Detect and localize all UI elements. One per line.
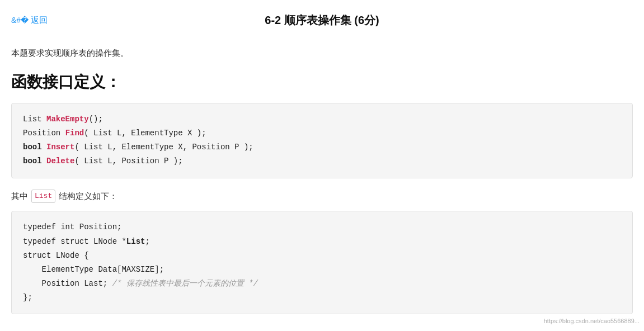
code-line-1: List MakeEmpty();: [23, 115, 103, 124]
code2-line-2: typedef struct LNode *List;: [23, 237, 150, 246]
code2-line-3: struct LNode {: [23, 251, 89, 260]
code2-line-6: };: [23, 293, 32, 302]
page-wrapper: &#� 返回 6-2 顺序表操作集 (6分) 本题要求实现顺序表的操作集。 函数…: [0, 0, 644, 331]
bool-keyword-1: bool: [23, 143, 42, 152]
list-badge: List: [31, 190, 55, 204]
find-keyword: Find: [65, 129, 84, 138]
code2-line-5: Position Last; /* 保存线性表中最后一个元素的位置 */: [23, 279, 258, 288]
code2-line-1: typedef int Position;: [23, 223, 121, 231]
page-title: 6-2 顺序表操作集 (6分): [265, 11, 379, 29]
back-button[interactable]: &#� 返回: [11, 13, 48, 27]
comment-text: /* 保存线性表中最后一个元素的位置 */: [112, 279, 258, 288]
bool-keyword-2: bool: [23, 157, 42, 166]
middle-text-after: 结构定义如下：: [59, 190, 117, 203]
code-line-3: bool Insert( List L, ElementType X, Posi…: [23, 143, 253, 152]
code-line-2: Position Find( List L, ElementType X );: [23, 129, 206, 138]
insert-keyword: Insert: [46, 143, 74, 152]
middle-text-container: 其中 List 结构定义如下：: [11, 190, 633, 204]
description-text: 本题要求实现顺序表的操作集。: [11, 46, 633, 60]
section-heading: 函数接口定义：: [11, 70, 633, 95]
code2-line-4: ElementType Data[MAXSIZE];: [23, 265, 164, 274]
makeempty-keyword: MakeEmpty: [46, 115, 89, 124]
chevron-left-icon: &#�: [11, 14, 29, 26]
middle-text-before: 其中: [11, 190, 28, 203]
code-block-1: List MakeEmpty(); Position Find( List L,…: [11, 103, 633, 178]
code-block-2: typedef int Position; typedef struct LNo…: [11, 211, 633, 314]
list-type-keyword: List: [126, 237, 145, 246]
header: &#� 返回 6-2 顺序表操作集 (6分): [11, 6, 633, 37]
back-label[interactable]: 返回: [31, 13, 48, 27]
delete-keyword: Delete: [46, 157, 74, 166]
code-line-4: bool Delete( List L, Position P );: [23, 157, 183, 166]
